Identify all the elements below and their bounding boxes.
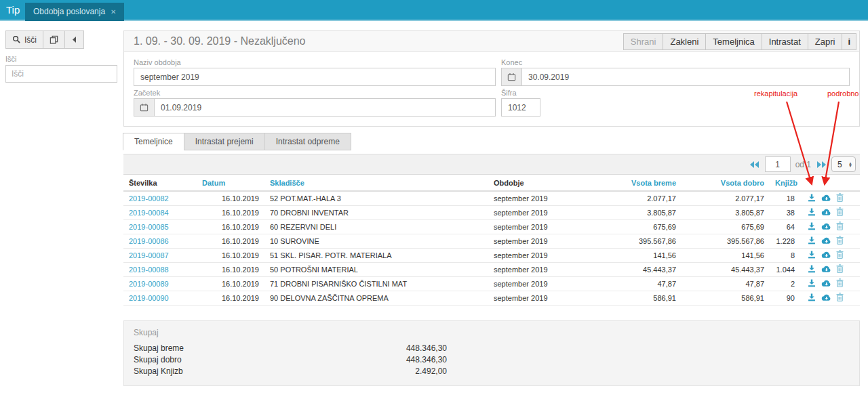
download-recap-icon[interactable] (807, 207, 816, 218)
table-body: 2019-00082 16.10.2019 52 POT.MAT.-HALA 3… (123, 191, 860, 306)
cell-obdobje: september 2019 (488, 263, 610, 277)
collapse-sidebar-button[interactable] (64, 30, 84, 49)
cloud-download-detail-icon[interactable] (821, 194, 831, 204)
search-button-label: Išči (24, 35, 37, 45)
intrastat-button[interactable]: Intrastat (762, 33, 808, 50)
naziv-obdobja-label: Naziv obdobja (134, 58, 496, 66)
document-number-link[interactable]: 2019-00090 (129, 294, 169, 302)
delete-icon[interactable] (835, 293, 844, 303)
document-number-link[interactable]: 2019-00088 (129, 266, 169, 274)
cell-datum: 16.10.2019 (197, 234, 264, 249)
cell-obdobje: september 2019 (488, 206, 610, 220)
tab-intrastat-odpreme[interactable]: Intrastat odpreme (264, 133, 351, 150)
col-datum[interactable]: Datum (197, 175, 264, 191)
main-panel: 1. 09. - 30. 09. 2019 - Nezaključeno Shr… (123, 30, 860, 399)
close-period-button[interactable]: Zapri (808, 33, 843, 50)
download-recap-icon[interactable] (807, 222, 816, 232)
cell-datum: 16.10.2019 (197, 191, 264, 206)
document-number-link[interactable]: 2019-00085 (129, 223, 169, 231)
copy-button[interactable] (43, 30, 65, 49)
cloud-download-detail-icon[interactable] (821, 236, 831, 247)
tab-intrastat-prejemi[interactable]: Intrastat prejemi (184, 133, 265, 150)
cell-obdobje: september 2019 (488, 234, 610, 249)
last-page-icon[interactable] (816, 161, 827, 169)
document-number-link[interactable]: 2019-00086 (129, 237, 169, 245)
download-recap-icon[interactable] (807, 278, 816, 289)
window-tab-obdobja-poslovanja[interactable]: Obdobja poslovanja ✕ (25, 3, 124, 21)
download-recap-icon[interactable] (807, 236, 816, 247)
search-input[interactable] (5, 65, 117, 83)
calendar-icon[interactable] (502, 68, 522, 85)
zacetek-label: Začetek (134, 89, 496, 97)
table-row: 2019-00086 16.10.2019 10 SUROVINE septem… (123, 234, 860, 249)
table-row: 2019-00084 16.10.2019 70 DROBNI INVENTAR… (123, 206, 860, 220)
delete-icon[interactable] (835, 222, 844, 232)
cell-vsota-dobro: 3.805,87 (682, 206, 770, 220)
summary-box: Skupaj Skupaj breme 448.346,30 Skupaj do… (123, 320, 860, 386)
delete-icon[interactable] (835, 207, 844, 218)
delete-icon[interactable] (835, 264, 844, 275)
cloud-download-detail-icon[interactable] (821, 208, 831, 218)
page-number-input[interactable] (765, 156, 791, 172)
cloud-download-detail-icon[interactable] (821, 222, 831, 232)
cell-vsota-breme: 141,56 (610, 249, 682, 263)
col-vsota-dobro[interactable]: Vsota dobro (682, 175, 770, 191)
col-vsota-breme[interactable]: Vsota breme (610, 175, 682, 191)
document-number-link[interactable]: 2019-00087 (129, 251, 169, 259)
cell-vsota-breme: 45.443,37 (610, 263, 682, 277)
col-knjizb[interactable]: Knjižb (770, 175, 800, 191)
delete-icon[interactable] (835, 236, 844, 247)
document-number-link[interactable]: 2019-00082 (129, 194, 169, 203)
download-recap-icon[interactable] (807, 193, 816, 204)
calendar-icon[interactable] (134, 99, 155, 116)
lock-button[interactable]: Zakleni (663, 33, 706, 50)
table-row: 2019-00085 16.10.2019 60 REZERVNI DELI s… (123, 220, 860, 234)
cell-vsota-breme: 47,87 (610, 277, 682, 291)
cloud-download-detail-icon[interactable] (821, 265, 831, 275)
cloud-download-detail-icon[interactable] (821, 279, 831, 289)
cloud-download-detail-icon[interactable] (821, 251, 831, 261)
download-recap-icon[interactable] (807, 250, 816, 261)
delete-icon[interactable] (835, 278, 844, 289)
col-skladisce[interactable]: Skladišče (264, 175, 488, 191)
info-button[interactable]: i (842, 33, 856, 50)
table-header-row: Številka Datum Skladišče Obdobje Vsota b… (123, 175, 860, 191)
cell-vsota-breme: 395.567,86 (610, 234, 682, 249)
cell-vsota-dobro: 47,87 (682, 277, 770, 291)
sidebar-button-group: Išči (5, 30, 119, 49)
topbar: Tip Obdobja poslovanja ✕ (0, 0, 868, 21)
first-page-icon[interactable] (749, 161, 760, 169)
delete-icon[interactable] (835, 250, 844, 261)
summary-dobro-value: 448.346,30 (406, 354, 447, 366)
document-number-link[interactable]: 2019-00084 (129, 209, 169, 217)
document-number-link[interactable]: 2019-00089 (129, 280, 169, 288)
sifra-input[interactable] (501, 98, 540, 117)
cell-skladisce: 70 DROBNI INVENTAR (264, 206, 488, 220)
download-recap-icon[interactable] (807, 264, 816, 275)
naziv-obdobja-input[interactable] (134, 68, 496, 86)
cell-datum: 16.10.2019 (197, 220, 264, 234)
download-recap-icon[interactable] (807, 293, 816, 303)
search-icon (12, 35, 21, 44)
cell-knjizb: 2 (770, 277, 800, 291)
summary-title: Skupaj (134, 328, 850, 337)
summary-breme-label: Skupaj breme (134, 343, 184, 354)
cell-vsota-dobro: 675,69 (682, 220, 770, 234)
temeljnica-button[interactable]: Temeljnica (705, 33, 762, 50)
cloud-download-detail-icon[interactable] (821, 293, 831, 303)
zacetek-input[interactable] (155, 99, 495, 116)
konec-input[interactable] (522, 68, 849, 85)
tab-temeljnice[interactable]: Temeljnice (123, 133, 184, 150)
cell-knjizb: 8 (770, 249, 800, 263)
page-size-select[interactable]: 5 ▲▼ (831, 156, 856, 172)
close-icon[interactable]: ✕ (111, 3, 116, 21)
cell-vsota-dobro: 45.443,37 (682, 263, 770, 277)
sidebar: Išči Išči (5, 30, 119, 83)
cell-skladisce: 60 REZERVNI DELI (264, 220, 488, 234)
search-button[interactable]: Išči (5, 30, 43, 49)
temeljnice-table: Številka Datum Skladišče Obdobje Vsota b… (123, 175, 860, 306)
cell-vsota-dobro: 2.077,17 (682, 191, 770, 206)
cell-vsota-dobro: 586,91 (682, 291, 770, 306)
save-button[interactable]: Shrani (623, 33, 664, 50)
delete-icon[interactable] (835, 193, 844, 204)
